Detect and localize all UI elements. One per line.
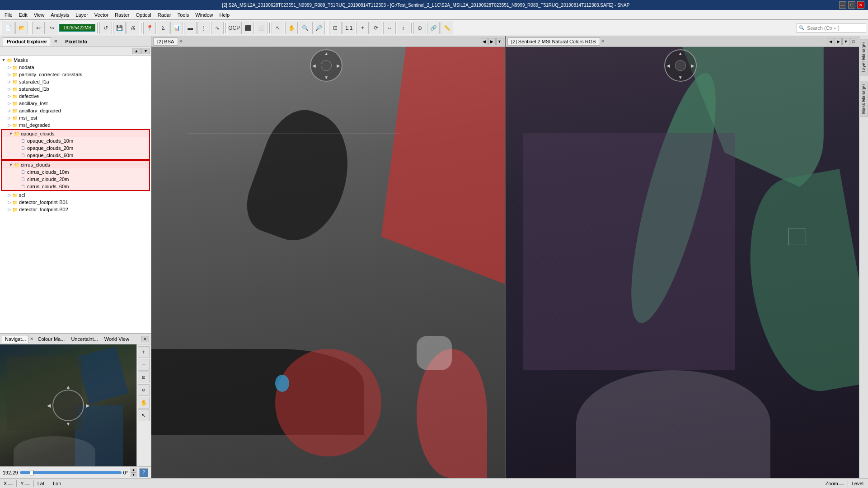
menu-vector[interactable]: Vector — [92, 11, 111, 19]
zoom-pixel-button[interactable]: + — [356, 22, 369, 34]
tree-item-ancillary-degraded[interactable]: ▷ 📁 ancillary_degraded — [0, 107, 151, 114]
tab-navigator[interactable]: Navigat... — [2, 335, 29, 343]
tab-layer-manager[interactable]: Layer Manager — [860, 39, 868, 75]
new-button[interactable]: 📄 — [2, 22, 14, 34]
minimize-button[interactable]: — — [839, 1, 846, 9]
flip-h-button[interactable]: ↔ — [383, 22, 396, 34]
tree-item-ancillary-lost[interactable]: ▷ 📁 ancillary_lost — [0, 100, 151, 107]
rotation-up-button[interactable]: ▲ — [131, 468, 136, 472]
tree-item-opaque-clouds[interactable]: ▼ 📁 opaque_clouds — [2, 130, 149, 137]
bsa-prev-button[interactable]: ◀ — [481, 38, 488, 45]
open-button[interactable]: 📂 — [15, 22, 28, 34]
zoom-in-nav-button[interactable]: + — [138, 346, 150, 358]
tree-item-cirrus-20m[interactable]: 🗒 cirrus_clouds_20m — [2, 176, 149, 183]
histogram-button[interactable]: ▬ — [184, 22, 197, 34]
tree-root-masks[interactable]: ▼ 📁 Masks — [0, 56, 151, 64]
zoom-fit-button[interactable]: ⊡ — [329, 22, 342, 34]
tab-world-view[interactable]: World View — [101, 335, 132, 343]
tree-item-saturated-l1a[interactable]: ▷ 📁 saturated_l1a — [0, 78, 151, 85]
tree-item-msi-lost[interactable]: ▷ 📁 msi_lost — [0, 114, 151, 121]
zoom-sync-nav-button[interactable]: ⊙ — [138, 384, 150, 396]
tab-uncertainty[interactable]: Uncertaint... — [68, 335, 101, 343]
help-button[interactable]: ? — [139, 468, 148, 477]
tree-item-detector-b02[interactable]: ▷ 📁 detector_footprint-B02 — [0, 206, 151, 213]
zoom-out-button[interactable]: 🔎 — [312, 22, 325, 34]
tree-item-saturated-l1b[interactable]: ▷ 📁 saturated_l1b — [0, 85, 151, 93]
product-explorer-close[interactable]: ✕ — [54, 39, 57, 44]
navigator-close[interactable]: ✕ — [30, 336, 33, 341]
cursor-button[interactable]: ↖ — [272, 22, 284, 34]
menu-layer[interactable]: Layer — [73, 11, 91, 19]
menu-tools[interactable]: Tools — [175, 11, 192, 19]
menu-raster[interactable]: Raster — [112, 11, 132, 19]
zoom-fit-nav-button[interactable]: ⊡ — [138, 372, 150, 383]
tree-item-cirrus-clouds[interactable]: ▼ 📁 cirrus_clouds — [2, 161, 149, 168]
chart-button[interactable]: 📊 — [170, 22, 183, 34]
refresh-button[interactable]: ↺ — [99, 22, 112, 34]
rotation-down-button[interactable]: ▼ — [131, 473, 136, 477]
bsa-view-tab[interactable]: [2] BSA — [153, 37, 178, 46]
tree-item-nodata[interactable]: ▷ 📁 nodata — [0, 64, 151, 71]
tree-scroll-down[interactable]: ▼ — [141, 48, 150, 54]
tree-item-cirrus-10m[interactable]: 🗒 cirrus_clouds_10m — [2, 168, 149, 176]
natural-next-button[interactable]: ▶ — [835, 38, 842, 45]
menu-window[interactable]: Window — [192, 11, 216, 19]
tab-pixel-info[interactable]: Pixel Info — [61, 37, 91, 46]
menu-edit[interactable]: Edit — [16, 11, 30, 19]
zoom-slider[interactable] — [20, 471, 122, 474]
ortho-button[interactable]: ⬛ — [241, 22, 254, 34]
natural-view-tab[interactable]: [2] Sentinel 2 MSI Natural Colors RGB — [507, 37, 600, 46]
bsa-view-close[interactable]: ✕ — [179, 39, 183, 44]
redo-button[interactable]: ↪ — [46, 22, 58, 34]
profile-button[interactable]: ∿ — [211, 22, 224, 34]
close-button[interactable]: ✕ — [857, 1, 864, 9]
tree-item-defective[interactable]: ▷ 📁 defective — [0, 93, 151, 100]
menu-analysis[interactable]: Analysis — [48, 11, 72, 19]
scatter-button[interactable]: ⋮ — [197, 22, 210, 34]
tab-mask-manager[interactable]: Mask Manager — [860, 81, 868, 117]
menu-radar[interactable]: Radar — [155, 11, 174, 19]
save-button[interactable]: 💾 — [113, 22, 126, 34]
tree-item-opaque-10m[interactable]: 🗒 opaque_clouds_10m — [2, 137, 149, 144]
sigma-button[interactable]: Σ — [157, 22, 169, 34]
natural-view-close[interactable]: ✕ — [601, 39, 605, 44]
undo-button[interactable]: ↩ — [32, 22, 45, 34]
measure-button[interactable]: 📏 — [441, 22, 453, 34]
menu-view[interactable]: View — [31, 11, 47, 19]
tree-item-detector-b01[interactable]: ▷ 📁 detector_footprint-B01 — [0, 199, 151, 206]
pan-button[interactable]: ✋ — [285, 22, 298, 34]
bsa-next-button[interactable]: ▶ — [488, 38, 496, 45]
tree-item-partially-corrected[interactable]: ▷ 📁 partially_corrected_crosstalk — [0, 71, 151, 78]
tree-item-cirrus-60m[interactable]: 🗒 cirrus_clouds_60m — [2, 183, 149, 190]
tree-item-opaque-60m[interactable]: 🗒 opaque_clouds_60m — [2, 152, 149, 159]
tree-scroll-up[interactable]: ▲ — [132, 48, 141, 54]
menu-file[interactable]: File — [2, 11, 15, 19]
bsa-expand-button[interactable]: ▼ — [496, 38, 503, 45]
gcp-button[interactable]: GCP — [228, 22, 240, 34]
natural-expand-button[interactable]: ▼ — [842, 38, 849, 45]
tree-item-scl[interactable]: ▷ 📁 scl — [0, 191, 151, 199]
menu-help[interactable]: Help — [216, 11, 232, 19]
navigator-panel-close[interactable]: ✕ — [141, 336, 149, 342]
tree-item-opaque-20m[interactable]: 🗒 opaque_clouds_20m — [2, 144, 149, 152]
bsa-view-content[interactable]: ▲ ▼ ◀ ▶ — [151, 47, 505, 478]
natural-view-content[interactable]: ▲ ▼ ◀ ▶ — [506, 47, 859, 478]
mosaic-button[interactable]: ⬜ — [255, 22, 267, 34]
zoom-in-button[interactable]: 🔍 — [299, 22, 311, 34]
maximize-button[interactable]: □ — [848, 1, 855, 9]
link-button[interactable]: 🔗 — [427, 22, 440, 34]
zoom-100-button[interactable]: 1:1 — [343, 22, 355, 34]
tab-product-explorer[interactable]: Product Explorer — [3, 37, 51, 46]
zoom-out-nav-button[interactable]: − — [138, 359, 150, 371]
natural-prev-button[interactable]: ◀ — [827, 38, 834, 45]
search-input[interactable] — [805, 24, 864, 32]
sync-button[interactable]: ⊙ — [413, 22, 426, 34]
pan-nav-button[interactable]: ✋ — [138, 397, 150, 409]
zoom-slider-thumb[interactable] — [30, 470, 33, 475]
rotate-button[interactable]: ⟳ — [370, 22, 382, 34]
menu-optical[interactable]: Optical — [133, 11, 154, 19]
select-nav-button[interactable]: ↖ — [138, 409, 150, 421]
natural-window-button[interactable]: □ — [850, 38, 857, 45]
pin-button[interactable]: 📍 — [143, 22, 156, 34]
tab-colour-map[interactable]: Colour Ma... — [34, 335, 68, 343]
